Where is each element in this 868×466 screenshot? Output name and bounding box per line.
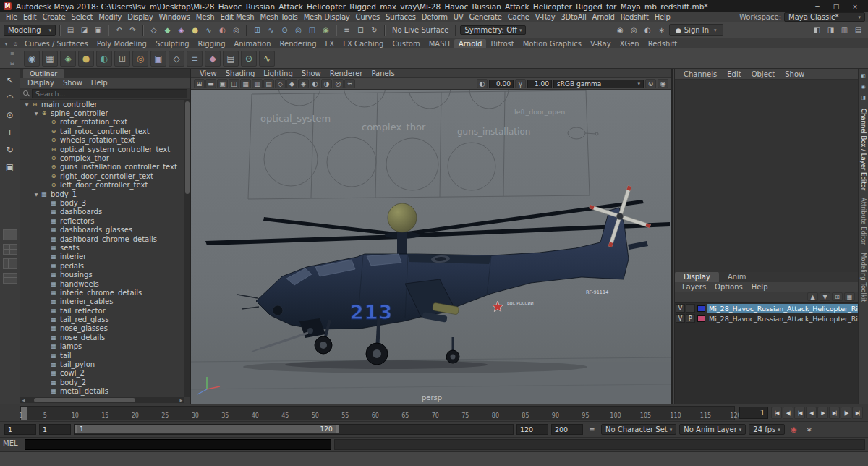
menubar-item[interactable]: UV [451, 13, 467, 21]
animation-end-field[interactable]: 200 [551, 424, 583, 435]
snap-grid-icon[interactable]: ⊞ [251, 24, 263, 36]
view-transform-dropdown[interactable]: sRGB gamma ▾ [553, 80, 644, 88]
current-frame-field[interactable]: 1 [739, 407, 768, 419]
anim-layer-dropdown[interactable]: No Anim Layer ▾ [679, 424, 746, 435]
render-current-frame-icon[interactable]: ◎ [628, 24, 640, 36]
shelf-tab[interactable]: FX Caching [339, 39, 388, 48]
rotate-tool-icon[interactable]: ↻ [2, 143, 18, 157]
shelf-item-13-icon[interactable]: ⊙ [241, 51, 257, 67]
channel-box-area[interactable] [675, 80, 859, 272]
snap-projected-center-icon[interactable]: ◎ [292, 24, 305, 36]
channel-box-menu[interactable]: Channels [679, 70, 721, 78]
sidebar-tab[interactable]: Attribute Editor [860, 198, 867, 245]
shelf-item-4-icon[interactable]: ● [78, 51, 94, 67]
channel-box-menu[interactable]: Show [780, 70, 809, 78]
character-set-dropdown[interactable]: No Character Set ▾ [601, 424, 676, 435]
layer-editor-tab[interactable]: Anim [719, 272, 755, 282]
layer-row[interactable]: VMi_28_Havoc_Russian_Attack_Helicopter_R… [675, 303, 859, 313]
animation-preferences-icon[interactable]: ∗ [803, 423, 815, 436]
safe-action-icon[interactable]: ▥ [252, 79, 263, 88]
menubar-item[interactable]: Modify [95, 13, 124, 21]
viewport-menu[interactable]: Show [297, 69, 326, 77]
select-mask-surfaces-icon[interactable]: ◐ [216, 24, 229, 36]
playback-range-bar[interactable] [75, 425, 339, 433]
isolate-select-icon[interactable]: ◉ [658, 79, 668, 88]
open-render-view-icon[interactable]: ◉ [614, 24, 626, 36]
step-back-key-button[interactable]: |◀ [794, 407, 805, 419]
shelf-tab[interactable]: Poly Modeling [93, 39, 151, 48]
sidebar-pin-icon[interactable]: ◉ [859, 82, 867, 90]
outliner-menu[interactable]: Help [87, 79, 112, 87]
antialiasing-icon[interactable]: ≈ [344, 79, 355, 88]
outliner-item[interactable]: ▦dashboard_chrome_details [20, 234, 184, 243]
persp-graph-layout-button[interactable] [3, 273, 17, 284]
paint-select-tool-icon[interactable]: ⊙ [2, 108, 18, 122]
play-backwards-button[interactable]: ◀ [806, 407, 817, 419]
outliner-item[interactable]: ▦tail_red_glass [20, 315, 184, 323]
menubar-item[interactable]: Select [69, 13, 96, 21]
outliner-item[interactable]: ▦dashboards [20, 208, 184, 216]
channel-box-menu[interactable]: Edit [723, 70, 745, 78]
outliner-item[interactable]: ▦seats [20, 243, 184, 252]
menubar-item[interactable]: Deform [419, 13, 451, 21]
shelf-item-2-icon[interactable]: ▦ [42, 51, 58, 67]
outliner-menu[interactable]: Show [59, 79, 87, 87]
expander-icon[interactable]: ▼ [23, 102, 30, 107]
menubar-item[interactable]: Redshift [618, 13, 652, 21]
expander-icon[interactable]: ▼ [33, 111, 40, 116]
channel-box-menu[interactable]: Object [747, 70, 780, 78]
outliner-item[interactable]: ⊕optical_system_controller_text [20, 145, 184, 153]
menubar-item[interactable]: V-Ray [532, 13, 558, 21]
playback-start-field[interactable]: 1 [39, 424, 71, 435]
four-pane-layout-button[interactable] [3, 244, 17, 255]
shelf-tab[interactable]: Animation [230, 39, 276, 48]
menubar-item[interactable]: Mesh [193, 13, 218, 21]
timeline-track[interactable]: 1510152025303540455055606570758085909510… [20, 406, 735, 420]
make-live-icon[interactable]: ◉ [320, 24, 332, 36]
outliner-item[interactable]: ▦interier [20, 253, 184, 261]
exposure-field[interactable]: 0.00 [489, 80, 514, 88]
save-scene-icon[interactable]: ▣ [92, 24, 104, 36]
snap-curve-icon[interactable]: ∿ [265, 24, 277, 36]
shelf-item-3-icon[interactable]: ◈ [60, 51, 76, 67]
step-back-frame-button[interactable]: ◀| [783, 407, 793, 419]
outliner-item[interactable]: ▦pedals [20, 261, 184, 270]
symmetry-dropdown[interactable]: Symmetry: Off ▾ [460, 25, 526, 35]
sidebar-tab[interactable]: Modeling Toolkit [860, 253, 867, 302]
construction-history-icon[interactable]: ↻ [368, 24, 380, 36]
shelf-item-5-icon[interactable]: ◐ [96, 51, 112, 67]
scrollbar-thumb[interactable] [34, 398, 135, 402]
shelf-options-icon[interactable]: ≡ [8, 49, 17, 58]
outliner-search-input[interactable] [32, 89, 187, 98]
layer-row[interactable]: VPMi_28_Havoc_Russian_Attack_Helicopter_… [675, 313, 859, 323]
minimize-button[interactable]: ─ [808, 0, 827, 12]
select-tool-icon[interactable]: ↖ [2, 73, 18, 88]
shelf-tab[interactable]: V-Ray [586, 39, 616, 48]
render-settings-icon[interactable]: ∗ [655, 24, 668, 36]
layer-editor-menu[interactable]: Help [747, 283, 773, 291]
viewport-menu[interactable]: Renderer [326, 69, 367, 77]
shelf-edit-icon[interactable]: ⊟ [8, 59, 17, 68]
shelf-tab[interactable]: Rendering [275, 39, 320, 48]
shelf-item-6-icon[interactable]: ⊞ [114, 51, 130, 67]
outliner-item[interactable]: ⊕tail_rotoc_controller_text [20, 127, 184, 135]
select-mask-points-icon[interactable]: ● [189, 24, 201, 36]
sidebar-collapse-icon[interactable]: ◨ [859, 93, 867, 101]
viewport-menu[interactable]: View [195, 69, 221, 77]
field-chart-icon[interactable]: ▦ [240, 79, 251, 88]
scrollbar-thumb[interactable] [185, 101, 190, 194]
step-forward-frame-button[interactable]: |▶ [841, 407, 851, 419]
shelf-item-11-icon[interactable]: ◆ [205, 51, 221, 67]
range-slider-track[interactable]: 1 120 [74, 424, 514, 435]
shelf-menu-icon[interactable]: ▾ [1, 40, 11, 48]
outliner-item[interactable]: ▦nose_glasses [20, 324, 184, 333]
gamma-icon[interactable]: γ [515, 79, 526, 88]
outliner-item[interactable]: ▦body_2 [20, 378, 184, 386]
outliner-horizontal-scrollbar[interactable]: ◀ ▶ [20, 397, 184, 403]
sidebar-tab[interactable]: Channel Box / Layer Editor [860, 109, 867, 190]
ambient-occlusion-icon[interactable]: ◎ [333, 79, 344, 88]
playback-end-field[interactable]: 120 [516, 424, 548, 435]
select-object-icon[interactable]: ◆ [161, 24, 174, 36]
outliner-item[interactable]: ▦nose_details [20, 333, 184, 342]
textured-mode-icon[interactable]: ◈ [298, 79, 309, 88]
